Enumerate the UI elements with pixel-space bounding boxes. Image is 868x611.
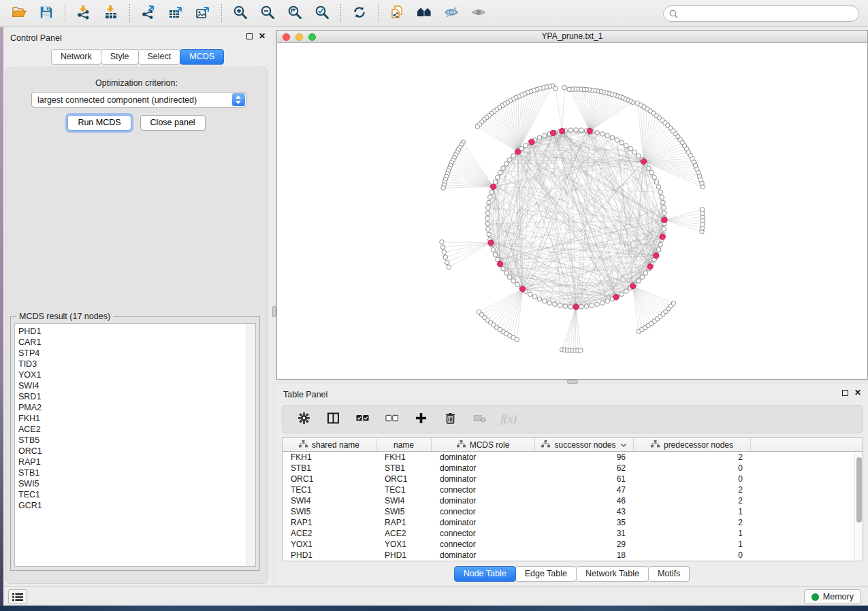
- column-header-shared-name[interactable]: shared name: [283, 438, 376, 451]
- tab-network[interactable]: Network: [51, 49, 101, 65]
- zoom-selected-button[interactable]: [310, 3, 334, 24]
- table-row[interactable]: SWI4SWI4dominator462: [283, 495, 863, 506]
- cell-predecessor-nodes[interactable]: 1: [634, 528, 751, 539]
- cell-predecessor-nodes[interactable]: 1: [634, 539, 751, 550]
- column-header-predecessor-nodes[interactable]: predecessor nodes: [634, 438, 751, 451]
- show-all-button[interactable]: [467, 3, 490, 24]
- cell-name[interactable]: PHD1: [376, 550, 432, 561]
- cell-predecessor-nodes[interactable]: 2: [634, 517, 751, 528]
- mcds-result-item[interactable]: TEC1: [18, 489, 255, 500]
- cell-predecessor-nodes[interactable]: 1: [634, 506, 751, 517]
- cell-predecessor-nodes[interactable]: 2: [634, 484, 751, 495]
- cell-successor-nodes[interactable]: 43: [535, 506, 634, 517]
- search-input[interactable]: [681, 7, 858, 20]
- cell-successor-nodes[interactable]: 29: [535, 539, 634, 550]
- column-header-mcds-role[interactable]: MCDS role: [432, 438, 535, 451]
- cell-name[interactable]: RAP1: [376, 517, 432, 528]
- cell-mcds-role[interactable]: dominator: [432, 495, 535, 506]
- export-table-button[interactable]: [164, 3, 187, 24]
- tab-select[interactable]: Select: [138, 49, 181, 65]
- tab-node-table[interactable]: Node Table: [454, 566, 516, 582]
- zoom-in-button[interactable]: [229, 3, 252, 24]
- cell-shared-name[interactable]: ACE2: [283, 528, 376, 539]
- tab-edge-table[interactable]: Edge Table: [515, 566, 577, 582]
- cell-successor-nodes[interactable]: 62: [535, 463, 634, 474]
- cell-shared-name[interactable]: PHD1: [283, 550, 376, 561]
- tab-network-table[interactable]: Network Table: [576, 566, 649, 582]
- cell-mcds-role[interactable]: dominator: [432, 474, 535, 484]
- cell-name[interactable]: SWI4: [376, 495, 432, 506]
- cell-successor-nodes[interactable]: 96: [535, 452, 634, 463]
- cell-predecessor-nodes[interactable]: 2: [634, 452, 751, 463]
- cell-mcds-role[interactable]: dominator: [432, 463, 535, 474]
- network-window-titlebar[interactable]: YPA_prune.txt_1: [277, 31, 867, 43]
- tab-motifs[interactable]: Motifs: [648, 566, 690, 582]
- refresh-layout-button[interactable]: [348, 3, 371, 24]
- cell-name[interactable]: TEC1: [376, 484, 432, 495]
- cell-name[interactable]: YOX1: [376, 539, 432, 550]
- cell-successor-nodes[interactable]: 46: [535, 495, 634, 506]
- cell-successor-nodes[interactable]: 18: [535, 550, 634, 561]
- window-close-button[interactable]: [283, 33, 290, 41]
- task-history-button[interactable]: [8, 589, 27, 604]
- select-all-columns-button[interactable]: [352, 409, 372, 429]
- table-row[interactable]: ACE2ACE2connector311: [283, 528, 863, 539]
- cell-mcds-role[interactable]: connector: [432, 528, 535, 539]
- export-network-button[interactable]: [137, 3, 160, 24]
- table-row[interactable]: PHD1PHD1dominator180: [283, 550, 863, 561]
- cell-mcds-role[interactable]: connector: [432, 484, 535, 495]
- float-table-panel-icon[interactable]: [842, 390, 848, 396]
- table-scrollbar-thumb[interactable]: [856, 457, 862, 523]
- cell-predecessor-nodes[interactable]: 0: [634, 550, 751, 561]
- cell-mcds-role[interactable]: connector: [432, 506, 535, 517]
- cell-mcds-role[interactable]: dominator: [432, 550, 535, 561]
- cell-predecessor-nodes[interactable]: 0: [634, 474, 751, 484]
- mcds-result-item[interactable]: SWI5: [18, 478, 255, 489]
- deselect-all-columns-button[interactable]: [381, 409, 402, 429]
- criterion-dropdown[interactable]: largest connected component (undirected): [31, 92, 246, 108]
- cell-shared-name[interactable]: STB1: [283, 463, 376, 474]
- cell-name[interactable]: ORC1: [376, 474, 432, 484]
- cell-predecessor-nodes[interactable]: 0: [634, 463, 751, 474]
- tab-mcds[interactable]: MCDS: [180, 49, 224, 65]
- cell-shared-name[interactable]: TEC1: [283, 484, 376, 495]
- close-panel-button[interactable]: Close panel: [140, 115, 206, 131]
- mcds-result-item[interactable]: STB5: [18, 435, 255, 446]
- cell-shared-name[interactable]: FKH1: [283, 452, 376, 463]
- table-settings-button[interactable]: [293, 409, 314, 429]
- mcds-result-item[interactable]: FKH1: [18, 413, 255, 424]
- cell-mcds-role[interactable]: dominator: [432, 452, 535, 463]
- cell-shared-name[interactable]: RAP1: [283, 517, 376, 528]
- table-row[interactable]: ORC1ORC1dominator610: [283, 474, 863, 484]
- import-network-button[interactable]: [72, 3, 95, 24]
- cell-successor-nodes[interactable]: 31: [535, 528, 634, 539]
- window-minimize-button[interactable]: [295, 33, 303, 41]
- add-column-button[interactable]: [411, 409, 431, 429]
- first-neighbors-button[interactable]: [413, 3, 436, 24]
- cell-name[interactable]: FKH1: [376, 452, 432, 463]
- memory-button[interactable]: Memory: [804, 589, 861, 604]
- hide-selected-button[interactable]: [440, 3, 463, 24]
- table-row[interactable]: RAP1RAP1dominator352: [283, 517, 863, 528]
- mcds-result-item[interactable]: PHD1: [18, 326, 255, 337]
- mcds-result-item[interactable]: YOX1: [18, 369, 255, 380]
- cell-name[interactable]: SWI5: [376, 506, 432, 517]
- table-row[interactable]: FKH1FKH1dominator962: [283, 452, 863, 463]
- mcds-result-item[interactable]: CAR1: [18, 337, 255, 348]
- cell-name[interactable]: ACE2: [376, 528, 432, 539]
- cell-shared-name[interactable]: SWI4: [283, 495, 376, 506]
- save-session-button[interactable]: [35, 3, 58, 24]
- open-file-button[interactable]: [7, 3, 31, 24]
- cell-predecessor-nodes[interactable]: 2: [634, 495, 751, 506]
- mcds-result-item[interactable]: SRD1: [18, 391, 255, 402]
- cell-successor-nodes[interactable]: 47: [535, 484, 634, 495]
- table-row[interactable]: SWI5SWI5connector431: [283, 506, 863, 517]
- mcds-result-item[interactable]: SWI4: [18, 380, 255, 391]
- mcds-result-item[interactable]: ORC1: [18, 446, 255, 457]
- mcds-list-scrollbar[interactable]: [246, 324, 255, 566]
- mcds-result-item[interactable]: TID3: [18, 359, 255, 369]
- run-mcds-button[interactable]: Run MCDS: [67, 115, 131, 131]
- search-box[interactable]: [663, 5, 859, 22]
- mcds-result-item[interactable]: PMA2: [18, 402, 255, 413]
- cell-name[interactable]: STB1: [376, 463, 432, 474]
